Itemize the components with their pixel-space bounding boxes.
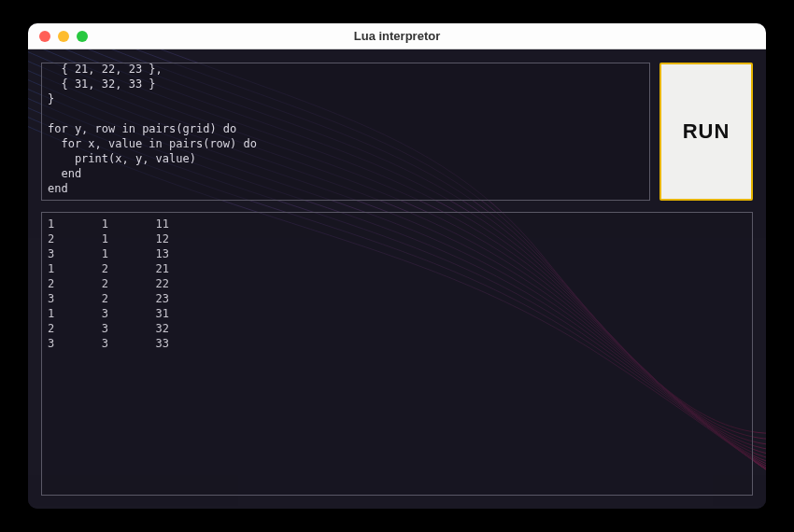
zoom-icon[interactable] <box>77 31 88 42</box>
editor-wrap <box>41 63 650 201</box>
code-editor[interactable] <box>41 63 650 201</box>
top-row: RUN <box>41 63 753 201</box>
app-window: Lua interpretor <box>28 23 766 509</box>
output-pane[interactable] <box>41 212 753 496</box>
content-area: RUN <box>28 49 766 509</box>
run-button[interactable]: RUN <box>659 63 753 201</box>
close-icon[interactable] <box>39 31 50 42</box>
window-title: Lua interpretor <box>28 29 766 43</box>
titlebar: Lua interpretor <box>28 23 766 49</box>
minimize-icon[interactable] <box>58 31 69 42</box>
window-controls <box>28 31 88 42</box>
